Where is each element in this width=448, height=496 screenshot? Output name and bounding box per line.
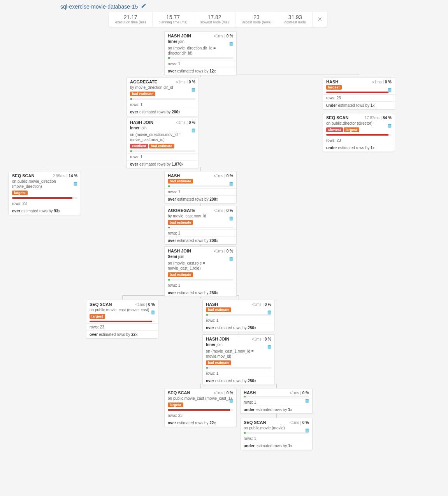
node-rows: rows: 23 [86,323,158,330]
node-estimate: over estimated rows by 200x [165,195,236,203]
node-progress [9,197,81,200]
database-icon [267,310,271,315]
node-title: HASH JOIN [168,34,191,38]
svg-point-13 [306,399,309,400]
node-timing: <1ms | 0 % [176,120,195,125]
plan-node-aggregate[interactable]: AGGREGATE<1ms | 0 %by movie_cast.mov_idb… [164,206,237,245]
database-icon [74,182,77,186]
node-estimate: over estimated rows by 250x [203,324,274,332]
plan-node-seq-scan-movie-direction[interactable]: SEQ SCAN2.99ms | 14 %on public.movie_dir… [9,171,81,215]
edit-icon[interactable] [141,3,146,10]
tag: largest [90,314,105,319]
node-condition: on (movie_cast_1.mov_id = movie.mov_id) [203,349,274,360]
node-title: AGGREGATE [130,79,157,84]
node-condition: on (movie_cast.role = movie_cast_1.role) [165,261,236,272]
tag: costliest [130,144,148,148]
node-title: SEQ SCAN [90,302,112,307]
plan-node-seq-scan-movie-cast-1[interactable]: SEQ SCAN<1ms | 0 %on public.movie_cast (… [164,388,237,427]
node-title: AGGREGATE [168,208,195,213]
node-estimate: under estimated rows by 1x [323,144,395,152]
node-estimate: over estimated rows by 200x [165,237,236,244]
node-timing: <1ms | 0 % [252,337,271,341]
svg-point-6 [230,182,233,183]
database-icon [305,428,309,433]
database-icon [229,257,233,261]
svg-point-0 [230,42,233,43]
database-icon [229,399,233,403]
tag: bad estimate [168,220,193,225]
node-estimate: over estimated rows by 12x [165,67,236,75]
svg-point-7 [230,217,233,218]
node-estimate: over estimated rows by 22x [86,330,158,338]
node-tags: bad estimate [165,272,236,279]
database-icon [191,88,195,92]
plan-title-bar: sql-exercise-movie-database-15 [60,3,146,10]
node-title: HASH JOIN [130,120,153,125]
node-timing: <1ms | 0 % [214,34,233,38]
tag: bad estimate [168,272,193,277]
node-timing: <1ms | 0 % [135,302,155,307]
plan-node-seq-scan-movie[interactable]: SEQ SCAN<1ms | 0 %on public.movie (movie… [240,418,313,450]
plan-node-seq-scan-director[interactable]: SEQ SCAN17.82ms | 84 %on public.director… [323,113,395,152]
tag: bad estimate [206,307,231,312]
node-rows: rows: 1 [127,153,199,160]
node-timing: <1ms | 0 % [214,249,233,253]
metric-execution-time: 21.17execution time (ms) [109,12,153,27]
plan-node-hash[interactable]: HASH<1ms | 0 %bad estimaterows: 1over es… [202,300,275,332]
node-progress [165,57,236,60]
node-progress [165,185,236,188]
node-title: HASH JOIN [206,337,229,341]
node-rows: rows: 23 [323,94,395,101]
metrics-bar: 21.17execution time (ms) 15.77planning t… [109,12,327,27]
node-rows: rows: 1 [165,60,236,67]
plan-node-hash-join-root[interactable]: HASH JOIN<1ms | 0 %Inner joinon (movie_d… [164,31,237,75]
node-rows: rows: 23 [165,412,236,419]
node-subtitle: on public.movie (movie) [241,425,312,432]
node-rows: rows: 1 [241,435,312,442]
node-tags: bad estimate [203,307,274,314]
node-rows: rows: 23 [323,137,395,144]
node-tags: largest [9,191,81,197]
close-icon[interactable]: ✕ [313,12,327,27]
plan-node-hash[interactable]: HASH<1ms | 0 %rows: 1under estimated row… [240,388,313,414]
plan-node-hash[interactable]: HASH<1ms | 0 %bad estimaterows: 1over es… [164,171,237,203]
plan-node-hash-join[interactable]: HASH JOIN<1ms | 0 %Semi joinon (movie_ca… [164,246,237,297]
plan-node-seq-scan-movie-cast[interactable]: SEQ SCAN<1ms | 0 %on public.movie_cast (… [86,300,158,339]
node-subtitle: by movie_cast.mov_id [165,214,236,220]
plan-node-hash[interactable]: HASH<1ms | 0 %largestrows: 23under estim… [323,77,395,109]
svg-point-3 [388,124,392,125]
svg-point-2 [388,88,392,89]
tag: largest [344,127,359,132]
node-progress [86,321,158,323]
node-rows: rows: 23 [9,200,81,207]
node-progress [323,134,395,137]
svg-point-10 [268,311,271,312]
node-subtitle: by movie_direction.dir_id [127,85,199,92]
node-estimate: over estimated rows by 250x [165,289,236,297]
database-icon [229,216,233,221]
database-icon [191,128,195,133]
node-estimate: over estimated rows by 200x [127,108,199,116]
node-rows: rows: 1 [165,229,236,237]
node-progress [127,98,199,101]
node-progress [323,92,395,94]
plan-node-aggregate[interactable]: AGGREGATE<1ms | 0 %by movie_direction.di… [126,77,199,116]
tag: bad estimate [149,144,174,148]
node-tags: costliestbad estimate [127,144,199,150]
node-tags: largest [86,314,158,321]
database-icon [229,182,233,186]
node-rows: rows: 1 [127,101,199,108]
plan-title: sql-exercise-movie-database-15 [60,4,138,10]
svg-point-9 [151,311,155,312]
node-rows: rows: 1 [165,282,236,289]
plan-node-hash-join[interactable]: HASH JOIN<1ms | 0 %Inner joinon (movie_c… [202,334,275,385]
plan-node-hash-join[interactable]: HASH JOIN<1ms | 0 %Inner joinon (movie_d… [126,118,199,168]
node-subtitle: on public.director (director) [323,121,395,127]
node-estimate: under estimated rows by 1x [241,442,312,450]
database-icon [305,399,309,403]
node-progress [165,409,236,412]
node-tags: bad estimate [165,220,236,227]
node-estimate: under estimated rows by 1x [241,406,312,413]
node-condition: on (movie_direction.dir_id = director.di… [165,46,236,57]
svg-point-8 [230,257,233,258]
